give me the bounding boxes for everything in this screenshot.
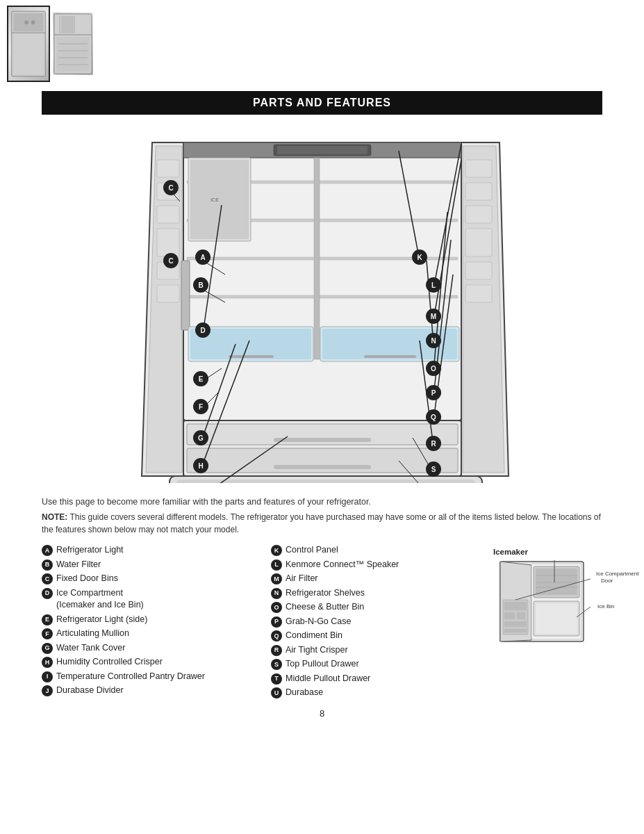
svg-text:G: G <box>198 434 204 442</box>
svg-text:E: E <box>198 375 203 383</box>
svg-rect-34 <box>465 206 492 223</box>
part-badge-h: H <box>42 657 53 668</box>
svg-rect-36 <box>465 262 492 279</box>
part-label-h: Humidity Controlled Crisper <box>56 656 250 669</box>
part-badge-s: S <box>271 659 282 670</box>
top-thumbnails <box>0 0 644 88</box>
part-item-k: K Control Panel <box>271 544 465 557</box>
part-badge-o: O <box>271 602 282 613</box>
svg-text:Ice Compartment: Ice Compartment <box>596 571 639 577</box>
svg-rect-121 <box>536 569 577 595</box>
svg-rect-8 <box>61 16 75 33</box>
part-item-h: H Humidity Controlled Crisper <box>42 656 250 669</box>
svg-rect-33 <box>465 183 492 200</box>
svg-rect-50 <box>274 465 371 469</box>
svg-text:C: C <box>168 257 173 265</box>
svg-rect-128 <box>504 602 527 610</box>
parts-col-right: K Control Panel L Kenmore Connect™ Speak… <box>271 544 465 701</box>
part-badge-c: C <box>42 573 53 584</box>
svg-text:L: L <box>431 281 435 289</box>
svg-rect-37 <box>465 285 492 302</box>
svg-text:Ice Bin: Ice Bin <box>597 603 614 610</box>
svg-rect-44 <box>364 355 416 358</box>
part-label-d: Ice Compartment(Icemaker and Ice Bin) <box>56 587 250 612</box>
part-badge-t: T <box>271 673 282 685</box>
part-item-r: R Air Tight Crisper <box>271 644 465 657</box>
part-badge-j: J <box>42 685 53 696</box>
part-item-j: J Durabase Divider <box>42 685 250 697</box>
page-number: 8 <box>0 701 644 726</box>
svg-text:S: S <box>431 466 436 473</box>
svg-point-4 <box>24 20 28 24</box>
svg-text:H: H <box>198 462 203 470</box>
svg-rect-130 <box>517 612 525 619</box>
svg-rect-26 <box>157 160 179 177</box>
part-badge-l: L <box>271 559 282 571</box>
icemaker-section: Icemaker <box>486 544 639 645</box>
svg-rect-41 <box>229 355 274 358</box>
part-item-p: P Grab-N-Go Case <box>271 616 465 628</box>
part-badge-u: U <box>271 687 282 698</box>
part-item-d: D Ice Compartment(Icemaker and Ice Bin) <box>42 587 250 612</box>
part-badge-p: P <box>271 616 282 628</box>
svg-rect-129 <box>504 612 515 619</box>
part-label-b: Water Filter <box>56 559 250 571</box>
part-badge-i: I <box>42 671 53 682</box>
part-item-o: O Cheese & Butter Bin <box>271 601 465 614</box>
svg-text:Q: Q <box>431 414 436 421</box>
svg-text:N: N <box>431 337 436 345</box>
part-item-c: C Fixed Door Bins <box>42 573 250 585</box>
part-badge-d: D <box>42 588 53 599</box>
part-badge-g: G <box>42 643 53 654</box>
parts-columns: A Refrigerator Light B Water Filter C Fi… <box>42 544 602 701</box>
svg-rect-28 <box>157 206 179 223</box>
part-item-l: L Kenmore Connect™ Speaker <box>271 559 465 571</box>
part-badge-m: M <box>271 573 282 584</box>
fridge-thumbnail-main <box>7 6 50 82</box>
svg-rect-3 <box>13 34 43 74</box>
part-item-q: Q Condiment Bin <box>271 630 465 642</box>
svg-rect-29 <box>157 229 179 256</box>
svg-rect-48 <box>274 438 371 442</box>
svg-rect-22 <box>314 158 320 359</box>
part-badge-a: A <box>42 545 53 556</box>
part-item-g: G Water Tank Cover <box>42 642 250 655</box>
part-item-s: S Top Pullout Drawer <box>271 658 465 671</box>
part-badge-q: Q <box>271 630 282 641</box>
svg-text:O: O <box>431 365 436 373</box>
part-label-t: Middle Pullout Drawer <box>286 673 465 685</box>
part-label-r: Air Tight Crisper <box>286 644 465 657</box>
svg-point-5 <box>31 20 35 24</box>
icemaker-box: Icemaker <box>486 544 639 645</box>
svg-rect-132 <box>504 629 527 632</box>
part-badge-f: F <box>42 628 53 639</box>
note-label: NOTE: <box>42 512 67 522</box>
icemaker-diagram: Ice Bin Ice Compartment Door <box>493 558 639 645</box>
svg-rect-31 <box>157 285 179 302</box>
svg-rect-38 <box>181 261 190 330</box>
part-label-e: Refrigerator Light (side) <box>56 614 250 626</box>
svg-text:M: M <box>430 313 436 320</box>
part-badge-r: R <box>271 645 282 656</box>
svg-text:A: A <box>200 254 205 261</box>
svg-rect-24 <box>190 160 249 239</box>
part-badge-n: N <box>271 588 282 599</box>
svg-text:P: P <box>431 389 436 397</box>
svg-text:D: D <box>200 327 205 334</box>
svg-text:R: R <box>431 440 436 448</box>
part-item-n: N Refrigerator Shelves <box>271 587 465 600</box>
page-title: PARTS AND FEATURES <box>42 91 602 115</box>
part-label-o: Cheese & Butter Bin <box>286 601 465 614</box>
svg-rect-21 <box>187 295 458 298</box>
svg-text:Door: Door <box>601 578 613 584</box>
part-label-l: Kenmore Connect™ Speaker <box>286 559 465 571</box>
part-item-u: U Durabase <box>271 687 465 699</box>
part-item-i: I Temperature Controlled Pantry Drawer <box>42 671 250 683</box>
part-badge-b: B <box>42 559 53 571</box>
svg-rect-32 <box>465 160 492 177</box>
svg-text:B: B <box>198 281 203 289</box>
part-label-g: Water Tank Cover <box>56 642 250 655</box>
svg-text:K: K <box>417 254 422 261</box>
part-label-s: Top Pullout Drawer <box>286 658 465 671</box>
part-item-a: A Refrigerator Light <box>42 544 250 557</box>
